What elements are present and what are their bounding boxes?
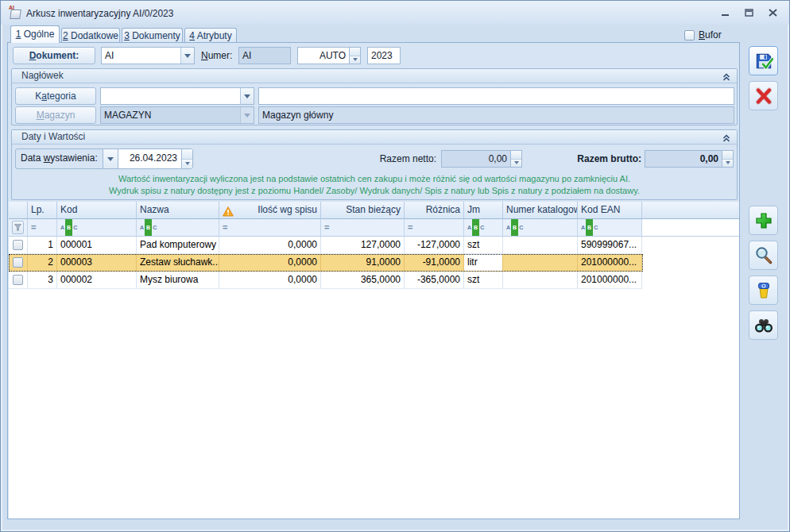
cell-numer-katalogowy[interactable] <box>503 254 578 272</box>
filter-ilosc[interactable]: = <box>219 219 321 237</box>
kategoria-button[interactable]: Kategoria <box>15 87 96 105</box>
cell-nazwa[interactable]: Zestaw słuchawk... <box>137 254 219 272</box>
dokument-type-combo[interactable]: AI <box>101 47 195 64</box>
row-checkbox[interactable] <box>13 275 23 285</box>
collapse-daty-icon[interactable] <box>721 133 732 143</box>
info-text-line2: Wydruk spisu z natury dostępny jest z po… <box>12 186 737 195</box>
cell-jm-focused[interactable]: litr <box>464 254 503 272</box>
tab-ogolne[interactable]: 1 Ogólne <box>10 25 60 43</box>
header-stan[interactable]: Stan bieżący <box>321 202 405 219</box>
filter-stan[interactable]: = <box>321 219 405 237</box>
filter-lp[interactable]: = <box>28 219 57 237</box>
numer-auto-field[interactable]: AUTO <box>298 48 349 64</box>
add-item-button[interactable] <box>749 206 778 235</box>
cell-ilosc[interactable]: 0,0000 <box>219 272 321 289</box>
cancel-button[interactable] <box>749 81 778 110</box>
date-dropdown-icon[interactable] <box>103 149 118 168</box>
cell-kod-ean[interactable]: 590999067... <box>578 237 642 254</box>
row-checkbox[interactable] <box>13 257 23 268</box>
cell-kod-ean[interactable]: 201000000... <box>578 254 642 272</box>
close-icon[interactable] <box>765 6 780 19</box>
row-select-cell[interactable] <box>9 254 28 272</box>
cell-jm[interactable]: szt <box>464 272 503 289</box>
minimize-icon[interactable] <box>717 6 733 19</box>
save-disk-icon <box>753 51 774 71</box>
numer-prefix-field: AI <box>238 47 291 64</box>
magazyn-button: Magazyn <box>15 106 96 124</box>
header-kod-ean[interactable]: Kod EAN <box>578 202 642 219</box>
cell-jm[interactable]: szt <box>464 237 503 254</box>
header-numer-katalogowy[interactable]: Numer katalogowy <box>503 202 578 219</box>
table-row[interactable]: 1 000001 Pad komputerowy 0,0000 127,0000… <box>9 237 739 254</box>
cell-kod[interactable]: 000002 <box>57 272 137 289</box>
data-wystawienia-value[interactable]: 26.04.2023 <box>118 149 181 168</box>
cell-lp[interactable]: 1 <box>28 237 57 254</box>
table-row[interactable]: 3 000002 Mysz biurowa 0,0000 365,0000 -3… <box>9 272 739 289</box>
razem-netto-value: 0,00 <box>442 151 510 167</box>
tab-dodatkowe[interactable]: 2 Dodatkowe <box>61 28 120 43</box>
kategoria-opis-field[interactable] <box>258 87 734 105</box>
restore-icon[interactable] <box>741 6 757 19</box>
header-jm[interactable]: Jm <box>464 202 503 219</box>
cell-roznica[interactable]: -91,0000 <box>405 254 464 272</box>
header-roznica[interactable]: Różnica <box>405 202 464 219</box>
cell-lp[interactable]: 3 <box>28 272 57 289</box>
cell-nazwa[interactable]: Pad komputerowy <box>137 237 219 254</box>
cell-kod[interactable]: 000001 <box>57 237 137 254</box>
header-kod[interactable]: Kod <box>57 202 137 219</box>
filter-nazwa[interactable]: ABC <box>137 219 219 237</box>
cell-kod[interactable]: 000003 <box>57 254 137 272</box>
cell-nazwa[interactable]: Mysz biurowa <box>137 272 219 289</box>
naglowek-header: Nagłówek <box>12 69 737 83</box>
bufor-checkbox[interactable] <box>684 30 695 40</box>
razem-brutto-field-group: 0,00 <box>645 150 734 168</box>
trash-icon <box>754 281 773 300</box>
header-nazwa[interactable]: Nazwa <box>137 202 219 219</box>
chevron-down-icon[interactable] <box>240 88 254 104</box>
filter-kod[interactable]: ABC <box>57 219 137 237</box>
kategoria-combo[interactable] <box>100 87 254 105</box>
cell-numer-katalogowy[interactable] <box>503 272 578 289</box>
tab-atrybuty[interactable]: 4 Atrybuty <box>184 28 237 43</box>
delete-item-button[interactable] <box>749 276 778 305</box>
row-checkbox[interactable] <box>13 240 23 250</box>
row-select-cell[interactable] <box>9 272 28 289</box>
filter-roznica[interactable]: = <box>405 219 464 237</box>
cell-stan[interactable]: 127,0000 <box>321 237 405 254</box>
cell-ilosc[interactable]: 0,0000 <box>219 237 321 254</box>
header-lp[interactable]: Lp. <box>28 202 57 219</box>
numer-year-field[interactable]: 2023 <box>367 47 401 64</box>
cell-stan[interactable]: 365,0000 <box>321 272 405 289</box>
title-bar[interactable]: AI Arkusz inwentaryzacyjny AI/0/2023 <box>1 1 789 25</box>
cell-stan[interactable]: 91,0000 <box>321 254 405 272</box>
find-item-button[interactable] <box>749 310 778 340</box>
chevron-down-icon[interactable] <box>180 48 194 64</box>
cell-ilosc[interactable]: 0,0000 <box>219 254 321 272</box>
cell-numer-katalogowy[interactable] <box>503 237 578 254</box>
collapse-naglowek-icon[interactable] <box>721 71 732 82</box>
filter-funnel-icon[interactable] <box>12 221 24 234</box>
header-select-column[interactable] <box>9 202 28 219</box>
magazyn-combo: MAGAZYN <box>100 106 254 124</box>
cell-kod-ean[interactable]: 201000000... <box>578 272 642 289</box>
numer-auto-field-group: AUTO <box>297 47 361 64</box>
dokument-button[interactable]: Dokument: <box>13 47 95 64</box>
razem-brutto-label: Razem brutto: <box>536 153 641 164</box>
filter-numer-katalogowy[interactable]: ABC <box>503 219 578 237</box>
filter-jm[interactable]: ABC <box>464 219 503 237</box>
filter-kod-ean[interactable]: ABC <box>578 219 642 237</box>
cell-roznica[interactable]: -365,0000 <box>405 272 464 289</box>
edit-item-button[interactable] <box>749 241 778 270</box>
cell-lp[interactable]: 2 <box>28 254 57 272</box>
row-select-cell[interactable] <box>9 237 28 254</box>
razem-brutto-value: 0,00 <box>645 151 722 167</box>
numer-auto-spinner[interactable] <box>349 48 360 64</box>
save-button[interactable] <box>749 46 778 75</box>
tab-dokumenty[interactable]: 3 Dokumenty <box>122 28 183 43</box>
cancel-x-icon <box>754 87 773 106</box>
app-icon: AI <box>9 6 22 20</box>
cell-roznica[interactable]: -127,0000 <box>405 237 464 254</box>
table-row-selected[interactable]: 2 000003 Zestaw słuchawk... 0,0000 91,00… <box>9 254 739 272</box>
header-ilosc[interactable]: Ilość wg spisu <box>219 202 321 219</box>
date-spinner[interactable] <box>181 149 192 168</box>
